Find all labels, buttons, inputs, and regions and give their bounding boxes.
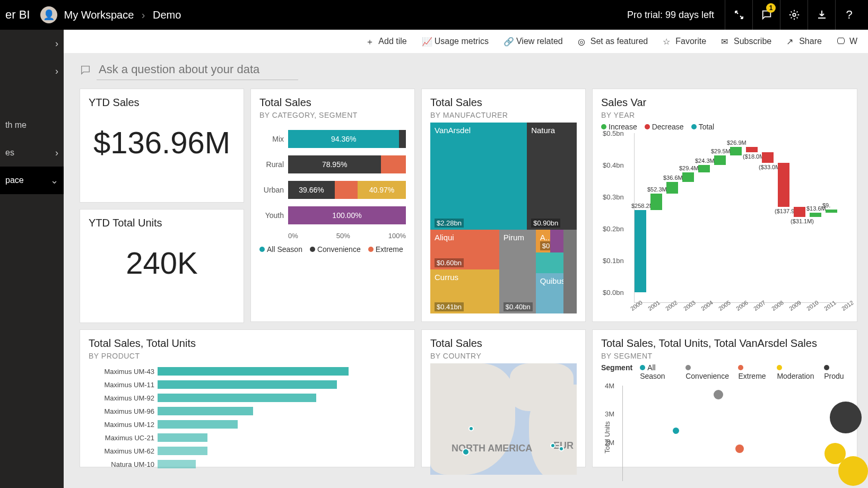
breadcrumb: My Workspace › Demo bbox=[64, 9, 181, 21]
notifications-button[interactable]: 1 bbox=[752, 0, 780, 30]
tile-title: Total Sales bbox=[259, 97, 406, 109]
favorite-button[interactable]: ☆Favorite bbox=[663, 37, 706, 46]
tile-sales-units-by-product[interactable]: Total Sales, Total Units BY PRODUCT Maxi… bbox=[80, 329, 415, 467]
web-view-button[interactable]: 🖵W bbox=[837, 37, 857, 46]
add-tile-button[interactable]: ＋Add tile bbox=[366, 37, 406, 46]
tile-sales-var-by-year[interactable]: Sales Var BY YEAR Increase Decrease Tota… bbox=[592, 89, 857, 322]
tile-subtitle: BY YEAR bbox=[601, 111, 848, 119]
sidebar-item-myworkspace[interactable]: pace⌄ bbox=[0, 167, 64, 194]
tile-ytd-sales[interactable]: YTD Sales $136.96M bbox=[80, 89, 244, 203]
tile-ytd-units[interactable]: YTD Total Units 240K bbox=[80, 209, 244, 323]
sidebar-item-2[interactable]: › bbox=[0, 57, 64, 85]
chart-legend: Increase Decrease Total bbox=[601, 123, 848, 131]
tile-title: Total Sales, Total Units, Total VanArsde… bbox=[601, 337, 848, 350]
brand-text: er BI bbox=[5, 8, 30, 22]
dashboard-toolbar: ＋Add tile 📈Usage metrics 🔗View related ◎… bbox=[64, 30, 868, 53]
map-bubble bbox=[550, 443, 555, 448]
map-chart: NORTH AMERICA EUR bbox=[430, 363, 577, 475]
tile-title: Total Sales bbox=[430, 337, 577, 350]
tile-subtitle: BY PRODUCT bbox=[89, 352, 406, 360]
qna-bar bbox=[80, 59, 857, 80]
usage-metrics-button[interactable]: 📈Usage metrics bbox=[422, 37, 489, 46]
tile-title: Sales Var bbox=[601, 97, 848, 109]
view-related-button[interactable]: 🔗View related bbox=[504, 37, 563, 46]
tile-title: YTD Sales bbox=[89, 97, 235, 109]
breadcrumb-separator: › bbox=[142, 9, 145, 21]
kpi-value: 240K bbox=[89, 245, 235, 281]
notification-badge: 1 bbox=[766, 3, 776, 13]
chevron-down-icon: ⌄ bbox=[50, 175, 58, 186]
map-bubble bbox=[462, 448, 470, 456]
sidebar-item-1[interactable]: › bbox=[0, 30, 64, 57]
tile-subtitle: BY MANUFACTURER bbox=[430, 111, 577, 119]
share-button[interactable]: ↗Share bbox=[786, 37, 822, 46]
sidebar-item-shared[interactable]: th me bbox=[0, 111, 64, 139]
sidebar-item-workspaces[interactable]: es› bbox=[0, 139, 64, 167]
chevron-right-icon: › bbox=[55, 147, 58, 159]
chat-icon bbox=[80, 64, 91, 76]
map-bubble bbox=[559, 446, 564, 451]
tile-sales-by-category-segment[interactable]: Total Sales BY CATEGORY, SEGMENT Mix94.3… bbox=[250, 89, 415, 322]
subscribe-button[interactable]: ✉Subscribe bbox=[721, 37, 771, 46]
chevron-right-icon: › bbox=[55, 38, 58, 49]
breadcrumb-page[interactable]: Demo bbox=[153, 9, 181, 21]
tile-sales-by-country[interactable]: Total Sales BY COUNTRY NORTH AMERICA EUR bbox=[421, 329, 586, 467]
breadcrumb-workspace[interactable]: My Workspace bbox=[64, 9, 134, 21]
tile-title: YTD Total Units bbox=[89, 217, 235, 229]
tile-sales-by-manufacturer[interactable]: Total Sales BY MANUFACTURER VanArsdel$2.… bbox=[421, 89, 586, 322]
trial-status: Pro trial: 99 days left bbox=[627, 10, 714, 21]
download-button[interactable] bbox=[808, 0, 835, 30]
help-fab-button[interactable] bbox=[838, 456, 868, 486]
tile-subtitle: BY SEGMENT bbox=[601, 352, 848, 360]
tile-scatter-by-segment[interactable]: Total Sales, Total Units, Total VanArsde… bbox=[592, 329, 857, 467]
waterfall-chart: $0.5bn$0.4bn$0.3bn$0.2bn$0.1bn$0.0bn$258… bbox=[634, 133, 848, 303]
settings-button[interactable] bbox=[780, 0, 808, 30]
scatter-chart: Total Units 4M3M2M bbox=[622, 386, 848, 481]
dashboard-canvas: YTD Sales $136.96M YTD Total Units 240K … bbox=[64, 53, 868, 488]
chevron-right-icon: › bbox=[55, 66, 58, 77]
svg-point-0 bbox=[793, 13, 796, 16]
help-button[interactable]: ? bbox=[835, 0, 863, 30]
horizontal-bar-chart: Maximus UM-43Maximus UM-11Maximus UM-92M… bbox=[89, 365, 406, 470]
chart-legend: All Season Convenience Extreme bbox=[259, 245, 406, 254]
map-bubble bbox=[468, 426, 474, 431]
fullscreen-button[interactable] bbox=[725, 0, 752, 30]
tile-title: Total Sales bbox=[430, 97, 577, 109]
left-sidebar: › › th me es› pace⌄ bbox=[0, 30, 64, 488]
qna-input[interactable] bbox=[97, 59, 298, 80]
set-featured-button[interactable]: ◎Set as featured bbox=[578, 37, 648, 46]
kpi-value: $136.96M bbox=[89, 125, 235, 160]
stacked-bar-chart: Mix94.36%Rural78.95%Urban39.66%40.97%You… bbox=[259, 130, 406, 224]
main-content: ＋Add tile 📈Usage metrics 🔗View related ◎… bbox=[64, 30, 868, 488]
x-axis: 0%50%100% bbox=[288, 232, 406, 240]
tile-title: Total Sales, Total Units bbox=[89, 337, 406, 350]
user-avatar[interactable]: 👤 bbox=[40, 6, 57, 23]
treemap-chart: VanArsdel$2.28bnNatura$0.90bnAliqui$0.60… bbox=[430, 123, 577, 313]
tile-subtitle: BY CATEGORY, SEGMENT bbox=[259, 111, 406, 119]
app-header: er BI 👤 My Workspace › Demo Pro trial: 9… bbox=[0, 0, 868, 30]
chart-legend: Segment All Season Convenience Extreme M… bbox=[601, 363, 848, 380]
tile-subtitle: BY COUNTRY bbox=[430, 352, 577, 360]
